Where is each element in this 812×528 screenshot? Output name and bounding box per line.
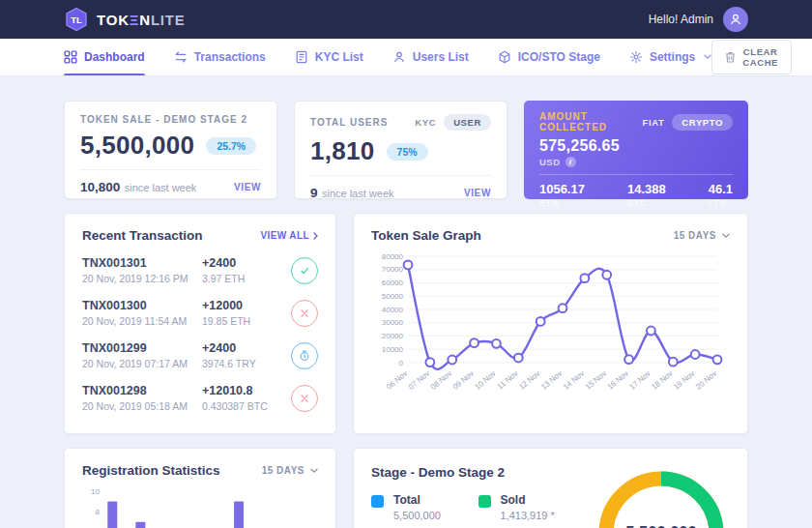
legend-item-sold: Sold1,413,919 * [478,493,586,521]
svg-text:10000: 10000 [382,345,404,354]
toggle-fiat[interactable]: FIAT [643,117,665,128]
status-failed-icon [291,385,318,412]
brand[interactable]: TL TOKΞNLITE [64,7,186,32]
crypto-total-eth: 1056.17ETH [539,182,585,208]
user-avatar[interactable] [723,7,748,32]
transaction-date: 20 Nov, 2019 07:17 AM [82,358,202,369]
dashboard-page: TL TOKΞNLITE Hello! Admin DashboardTrans… [0,0,812,528]
svg-text:80000: 80000 [382,252,404,261]
middle-row: Recent Transaction VIEW ALL TNX00130120 … [64,213,748,434]
svg-text:10 Nov: 10 Nov [474,369,498,392]
tab-dashboard[interactable]: Dashboard [64,39,145,75]
transaction-row[interactable]: TNX00129920 Nov, 2019 07:17 AM+24003974.… [82,334,318,376]
svg-text:09 Nov: 09 Nov [451,369,476,392]
tab-ico-sto-stage[interactable]: ICO/STO Stage [498,39,600,75]
person-icon [729,13,742,26]
amount-collected-title: AMOUNT COLLECTED [539,111,643,132]
transaction-amount: +12000 [202,299,291,312]
greeting-text: Hello! Admin [649,13,713,26]
svg-text:10: 10 [91,487,100,496]
toggle-user[interactable]: USER [444,114,491,131]
toggle-crypto[interactable]: CRYPTO [672,114,733,131]
transaction-amount: +12010.8 [202,384,291,397]
legend-swatch [478,495,491,508]
svg-text:12 Nov: 12 Nov [517,369,541,392]
tab-transactions[interactable]: Transactions [174,39,266,75]
svg-text:19 Nov: 19 Nov [672,369,696,392]
total-users-badge: 75% [387,143,428,161]
view-all-link[interactable]: VIEW ALL [260,230,318,241]
stage-donut-chart: 5,500,000TLE [593,465,730,528]
stage-title: Stage - Demo Stage 2 [371,465,505,480]
info-icon[interactable]: i [566,157,576,167]
amount-collected-card: AMOUNT COLLECTED FIAT CRYPTO 575,256.65 … [524,101,748,199]
svg-text:60000: 60000 [382,279,404,287]
svg-text:11 Nov: 11 Nov [496,369,520,392]
svg-text:0: 0 [399,359,404,367]
svg-text:20000: 20000 [382,332,404,340]
legend-swatch [371,495,384,508]
chevron-down-icon [722,233,730,239]
legend-item-total: Total5,500,000 [371,493,478,521]
svg-text:06 Nov: 06 Nov [385,369,409,392]
recent-transactions-panel: Recent Transaction VIEW ALL TNX00130120 … [64,213,336,434]
nav-tabs: DashboardTransactionsKYC ListUsers ListI… [64,39,711,75]
file-icon [295,50,308,64]
registration-statistics-title: Registration Statistics [82,463,220,478]
svg-text:50000: 50000 [382,292,404,301]
clear-cache-button[interactable]: CLEAR CACHE [711,40,792,74]
svg-text:5,500,000: 5,500,000 [625,523,696,528]
crypto-total-btc: 14.388BTC [627,182,666,208]
crypto-totals: 1056.17ETH14.388BTC46.1LTC [539,182,733,208]
brand-name: TOKΞNLITE [97,12,186,28]
token-sale-delta: 10,800 since last week [80,178,196,195]
token-sale-line-chart: 0100002000030000400005000060000700008000… [371,249,730,405]
grid-icon [64,50,77,64]
tab-kyc-list[interactable]: KYC List [295,39,363,75]
transaction-crypto-amount: 0.430387 BTC [202,400,291,412]
tab-settings[interactable]: Settings [629,39,711,75]
svg-text:TL: TL [71,15,82,25]
svg-text:30000: 30000 [382,318,404,327]
toggle-kyc[interactable]: KYC [415,117,436,128]
bottom-row: Registration Statistics 15 DAYS 1086420 … [64,448,748,528]
transaction-crypto-amount: 3974.6 TRY [202,358,291,369]
transaction-row[interactable]: TNX00130120 Nov, 2019 12:16 PM+24003.97 … [82,249,318,291]
svg-text:14 Nov: 14 Nov [562,369,586,392]
total-users-delta: 9 since last week [310,184,394,201]
stage-panel: Stage - Demo Stage 2 Total5,500,000Sold1… [353,448,748,528]
total-users-card-title: TOTAL USERS [310,117,388,128]
tab-users-list[interactable]: Users List [392,39,469,75]
amount-currency-row: USD i [539,157,733,167]
transaction-id: TNX001298 [82,384,202,397]
bar-chart-range-dropdown[interactable]: 15 DAYS [262,465,318,476]
fiat-crypto-toggle: FIAT CRYPTO [643,114,733,131]
transaction-row[interactable]: TNX00129820 Nov, 2019 05:18 AM+12010.80.… [82,376,318,419]
clear-cache-label: CLEAR CACHE [742,46,778,68]
gear-icon [629,50,643,64]
line-chart-range-dropdown[interactable]: 15 DAYS [674,230,730,241]
svg-text:17 Nov: 17 Nov [628,369,652,392]
transaction-date: 20 Nov, 2019 05:18 AM [82,400,202,412]
svg-text:8: 8 [96,508,101,516]
transaction-row[interactable]: TNX00130020 Nov, 2019 11:54 AM+1200019.8… [82,291,318,334]
chevron-right-icon [313,232,318,240]
registration-bar-chart: 1086420 [82,485,318,528]
transaction-date: 20 Nov, 2019 11:54 AM [82,315,202,327]
total-users-card: TOTAL USERS KYC USER 1,810 75% 9 since l… [294,101,508,199]
transaction-crypto-amount: 3.97 ETH [202,273,291,284]
token-sale-view-link[interactable]: VIEW [234,182,261,192]
svg-text:07 Nov: 07 Nov [407,369,431,392]
transaction-crypto-amount: 19.85 ETH [202,315,291,327]
status-success-icon [291,257,318,284]
status-failed-icon [291,300,318,327]
token-sale-graph-title: Token Sale Graph [371,228,481,243]
card-divider [539,174,733,175]
total-users-view-link[interactable]: VIEW [464,188,491,198]
transaction-id: TNX001301 [82,256,202,270]
top-navbar: TL TOKΞNLITE Hello! Admin [0,0,812,39]
trash-icon [725,51,736,63]
users-kyc-toggle: KYC USER [415,114,491,131]
crypto-total-ltc: 46.1LTC [709,182,733,208]
svg-text:40000: 40000 [382,306,404,314]
